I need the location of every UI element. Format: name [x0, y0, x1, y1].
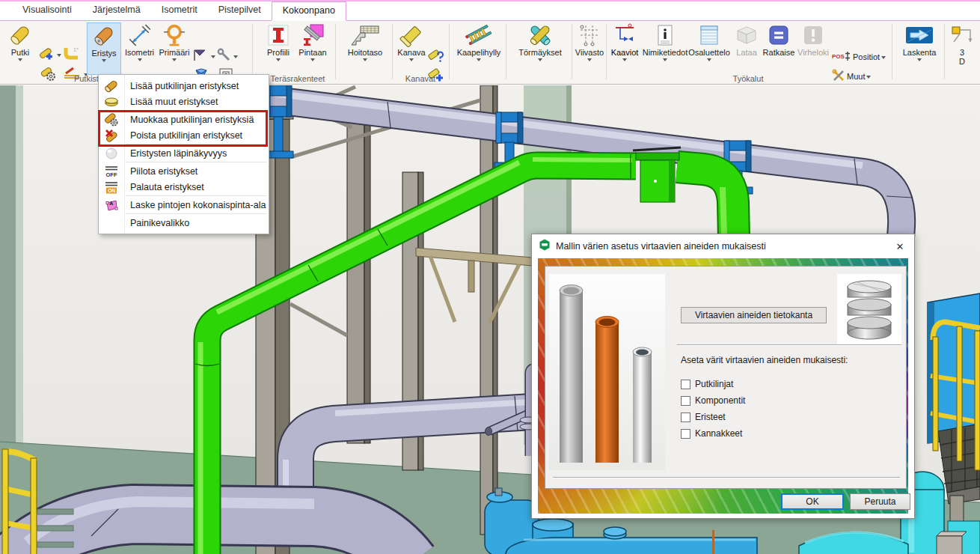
pintaan-button[interactable]: Pintaan	[296, 22, 329, 75]
group-separator	[572, 24, 572, 79]
tormaykset-button[interactable]: Törmäykset	[510, 22, 570, 75]
panel-separator	[553, 477, 900, 478]
menu-item-laske-pintojen-kokonaispinta-ala[interactable]: A Laske pintojen kokonaispinta-ala	[99, 197, 269, 213]
assign-colors-label: Aseta värit virtaavien aineiden mukaises…	[681, 355, 848, 365]
group-separator	[892, 24, 892, 79]
dropdown-arrow-icon	[881, 56, 886, 59]
platform-stairs-icon	[350, 22, 380, 48]
checkbox-putkilinjat[interactable]: Putkilinjat	[681, 379, 733, 389]
gray-junction-box[interactable]	[937, 532, 967, 554]
menu-item-piilota-eristykset[interactable]: OFF Piilota eristykset	[99, 163, 269, 179]
database-icon	[837, 274, 901, 344]
duct-query-icon	[428, 48, 444, 64]
kaapelihylly-button[interactable]: Kaapelihylly	[453, 22, 504, 75]
kaaviot-button[interactable]: Kaaviot	[607, 22, 642, 75]
error-log-icon	[802, 22, 824, 48]
checkbox-kannakkeet[interactable]: Kannakkeet	[681, 428, 742, 439]
dropdown-arrow-icon	[587, 58, 592, 61]
checkbox-box[interactable]	[681, 396, 690, 406]
svg-text:OFF: OFF	[106, 171, 117, 178]
checkbox-box[interactable]	[681, 380, 690, 389]
dropdown-arrow-icon	[310, 58, 315, 61]
group-label-kanavat: Kanavat	[392, 74, 449, 83]
pipe-add-button[interactable]	[39, 46, 61, 63]
pipe-elbow-button[interactable]	[63, 46, 81, 63]
dropdown-arrow-icon	[233, 55, 238, 58]
lataa-label: Lataa	[736, 48, 757, 57]
menu-item-palauta-eristykset[interactable]: ON Palauta eristykset	[99, 179, 269, 195]
checkbox-label: Eristeet	[695, 412, 726, 422]
threed-button[interactable]: 3 D	[947, 22, 977, 75]
isometri-button[interactable]: Isometri	[123, 22, 156, 75]
tab-visualisointi[interactable]: Visualisointi	[12, 1, 82, 20]
tormaykset-label: Törmäykset	[518, 48, 561, 57]
parts-list-table-icon	[698, 22, 720, 48]
flag-icon	[193, 48, 209, 64]
group-separator	[606, 24, 607, 79]
checkbox-box[interactable]	[681, 429, 690, 439]
load-box-icon	[735, 22, 759, 48]
osaluettelo-button[interactable]: Osaluettelo	[688, 22, 730, 75]
laskenta-button[interactable]: Laskenta	[896, 22, 943, 75]
group-separator	[449, 24, 450, 79]
tab-kokoonpano[interactable]: Kokoonpano	[272, 1, 346, 21]
dropdown-arrow-icon	[18, 58, 22, 61]
group-separator	[506, 24, 506, 79]
checkbox-box[interactable]	[681, 413, 690, 422]
viivasto-button[interactable]: Viivasto	[573, 22, 606, 75]
positions-icon: POS	[832, 51, 851, 63]
muut-button[interactable]: Muut	[832, 69, 871, 84]
primaari-label: Primääri	[159, 48, 190, 57]
positiot-button[interactable]: POS Positiot	[832, 51, 886, 63]
insulation-icon	[92, 23, 116, 49]
dropdown-arrow-icon	[477, 58, 481, 61]
putki-label: Putki	[11, 48, 29, 57]
kanava-button[interactable]: Kanava	[395, 22, 428, 75]
dropdown-arrow-icon	[138, 58, 142, 61]
ratkaise-button[interactable]: Ratkaise	[762, 22, 796, 75]
eristys-button[interactable]: Eristys	[87, 22, 121, 75]
primaari-button[interactable]: Primääri	[158, 22, 191, 75]
checkbox-label: Kannakkeet	[695, 428, 742, 439]
fluid-database-button[interactable]: Virtaavien aineiden tietokanta	[681, 307, 827, 323]
left-wall-corner	[0, 85, 23, 443]
virheloki-button: Virheloki	[796, 22, 830, 75]
tab-jarjestelma[interactable]: Järjestelmä	[82, 1, 151, 20]
pintaan-label: Pintaan	[298, 48, 326, 57]
viivasto-label: Viivasto	[575, 48, 604, 57]
menu-item-painikevalikko[interactable]: Painikevalikko	[99, 215, 269, 231]
close-icon[interactable]: ✕	[889, 237, 911, 255]
dropdown-arrow-icon	[866, 76, 871, 79]
cancel-button[interactable]: Peruuta	[850, 493, 910, 510]
red-highlight-annotation	[98, 110, 268, 147]
dialog-title-bar[interactable]: Mallin värien asetus virtaavien aineiden…	[532, 234, 914, 258]
tab-isometrit[interactable]: Isometrit	[151, 1, 208, 20]
menu-item-label: Laske pintojen kokonaispinta-ala	[124, 200, 266, 210]
group-separator	[392, 24, 393, 79]
support-flag-button[interactable]	[193, 48, 215, 64]
tab-pistepilvet[interactable]: Pistepilvet	[208, 1, 272, 20]
menu-item-lisaa-muut-eristykset[interactable]: Lisää muut eristykset	[99, 94, 269, 109]
checkbox-komponentit[interactable]: Komponentit	[681, 395, 745, 406]
isometric-dimension-icon	[128, 22, 152, 48]
nimiketiedot-button[interactable]: Nimiketiedot	[642, 22, 688, 75]
app-logo-icon	[539, 239, 551, 254]
beam-to-surface-icon	[301, 22, 325, 48]
green-valve-box[interactable]	[633, 147, 681, 202]
dialog-content-panel: Virtaavien aineiden tietokanta	[545, 266, 907, 489]
steel-profile-icon	[267, 22, 290, 48]
duct-query-button[interactable]	[428, 48, 444, 64]
dialog-title: Mallin värien asetus virtaavien aineiden…	[556, 241, 889, 252]
checkbox-eristeet[interactable]: Eristeet	[681, 412, 726, 422]
tools-wrench-button[interactable]	[217, 48, 238, 64]
threed-label-line1: 3	[960, 48, 964, 57]
putki-button[interactable]: Putki	[3, 22, 37, 75]
dropdown-arrow-icon	[538, 58, 542, 61]
profiili-button[interactable]: Profiili	[262, 22, 295, 75]
menu-item-lisaa-putkilinjan-eristykset[interactable]: Lisää putkilinjan eristykset	[99, 78, 269, 94]
surface-area-icon: A	[99, 198, 124, 213]
ok-button[interactable]: OK	[781, 493, 844, 510]
hoitotaso-button[interactable]: Hoitotaso	[340, 22, 391, 75]
menu-item-eristysten-lapinakyvyys[interactable]: Eristysten läpinäkyvyys	[99, 145, 269, 161]
dropdown-arrow-icon	[211, 55, 215, 58]
